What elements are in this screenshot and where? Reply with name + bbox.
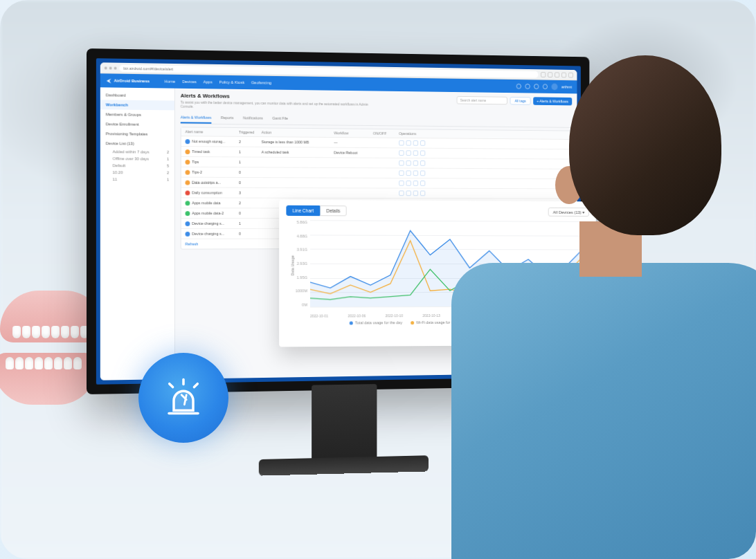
- sidebar-sub[interactable]: Offline over 30 days1: [100, 155, 174, 163]
- sidebar: Dashboard Workbench Members & Groups Dev…: [100, 87, 175, 380]
- table-row[interactable]: Daily consumption3: [181, 187, 572, 199]
- th: Triggered: [239, 130, 262, 134]
- op-delete-icon[interactable]: [420, 140, 425, 146]
- sidebar-item-workbench[interactable]: Workbench: [100, 100, 174, 110]
- op-view-icon[interactable]: [399, 150, 404, 156]
- op-view-icon[interactable]: [399, 170, 404, 176]
- refresh-icon[interactable]: [525, 84, 530, 89]
- chart-tab-details[interactable]: Details: [320, 205, 346, 216]
- tab-reports[interactable]: Reports: [221, 113, 234, 124]
- sidebar-item-devicelist[interactable]: Device List (13): [100, 138, 174, 149]
- th: Workflow: [334, 131, 372, 135]
- legend-total: Total data usage for the day: [355, 320, 402, 324]
- sidebar-sub[interactable]: Default5: [100, 162, 174, 169]
- op-copy-icon[interactable]: [413, 190, 418, 196]
- legend-wifi: Wi-Fi data usage for the day: [416, 320, 464, 324]
- op-delete-icon[interactable]: [420, 170, 425, 176]
- sidebar-item-enrollment[interactable]: Device Enrollment: [100, 119, 174, 129]
- help-icon[interactable]: [516, 84, 521, 89]
- filter-all-tags[interactable]: All tags: [510, 97, 530, 105]
- line-chart: Data Usage 5.86G4.88G3.91G2.93G1.95G1000…: [286, 220, 589, 318]
- page-desc: To assist you with the better device man…: [181, 100, 379, 111]
- tab-alerts[interactable]: Alerts & Workflows: [181, 112, 212, 123]
- nav-geofencing[interactable]: Geofencing: [251, 80, 271, 84]
- chart-card: Line Chart Details All Devices (13) ▾ Da…: [279, 200, 596, 347]
- user-name[interactable]: arthmt: [561, 85, 572, 89]
- op-view-icon[interactable]: [399, 140, 404, 146]
- device-select[interactable]: All Devices (13) ▾: [548, 208, 589, 217]
- op-copy-icon[interactable]: [413, 181, 418, 186]
- add-alert-button[interactable]: + Alerts & Workflows: [533, 97, 572, 105]
- sidebar-item-members[interactable]: Members & Groups: [100, 109, 174, 120]
- th: Alert name: [186, 129, 239, 134]
- tab-notifications[interactable]: Notifications: [243, 113, 263, 124]
- op-edit-icon[interactable]: [406, 170, 411, 176]
- settings-icon[interactable]: [534, 84, 539, 89]
- sidebar-sub[interactable]: 10.202: [100, 169, 174, 176]
- nav-apps[interactable]: Apps: [203, 80, 212, 84]
- nav-devices[interactable]: Devices: [182, 80, 197, 84]
- op-view-icon[interactable]: [399, 161, 404, 166]
- op-view-icon[interactable]: [399, 181, 404, 186]
- op-delete-icon[interactable]: [420, 150, 425, 156]
- search-input[interactable]: Search alert name: [457, 96, 507, 104]
- sidebar-item-provisioning[interactable]: Provisioning Templates: [100, 129, 174, 139]
- op-copy-icon[interactable]: [413, 140, 418, 146]
- op-delete-icon[interactable]: [420, 191, 425, 196]
- avatar[interactable]: [551, 84, 557, 91]
- brand-logo[interactable]: AirDroid Business: [106, 77, 150, 84]
- tabs: Alerts & Workflows Reports Notifications…: [181, 112, 573, 127]
- th: Action: [262, 130, 334, 135]
- nav-home[interactable]: Home: [165, 80, 176, 84]
- op-edit-icon[interactable]: [406, 161, 411, 166]
- op-copy-icon[interactable]: [413, 161, 418, 166]
- op-edit-icon[interactable]: [406, 181, 411, 186]
- op-delete-icon[interactable]: [420, 161, 425, 166]
- sidebar-sub[interactable]: Added within 7 days2: [100, 148, 174, 156]
- chart-tab-line[interactable]: Line Chart: [286, 205, 320, 216]
- op-edit-icon[interactable]: [406, 190, 411, 196]
- op-edit-icon[interactable]: [406, 150, 411, 156]
- notifications-icon[interactable]: [543, 84, 548, 89]
- legend-cell: Cellular data usage for the day: [478, 320, 529, 324]
- op-delete-icon[interactable]: [420, 181, 425, 186]
- op-view-icon[interactable]: [399, 190, 404, 196]
- th: Operations: [399, 131, 444, 136]
- sidebar-sub[interactable]: 111: [100, 176, 174, 183]
- sidebar-item-dashboard[interactable]: Dashboard: [100, 90, 174, 100]
- nav-policy[interactable]: Policy & Kiosk: [219, 80, 244, 84]
- alert-beacon-icon: [138, 353, 228, 443]
- op-copy-icon[interactable]: [413, 150, 418, 156]
- op-copy-icon[interactable]: [413, 170, 418, 176]
- op-edit-icon[interactable]: [406, 140, 411, 146]
- th: ON/OFF: [373, 131, 399, 136]
- tab-gantt[interactable]: Gantt File: [272, 113, 288, 125]
